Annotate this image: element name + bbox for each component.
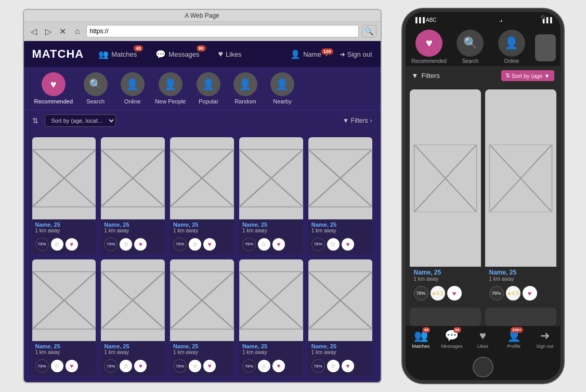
- favorite-button[interactable]: ☆: [120, 238, 132, 251]
- profile-card: Name, 25 1 km away 79% ☆ ♥: [239, 259, 303, 376]
- filters-arrow: ›: [370, 117, 372, 124]
- profile-distance: 1 km away: [242, 228, 300, 233]
- nav-messages[interactable]: 💬 Messages 90: [151, 47, 203, 61]
- profile-distance: 1 km away: [173, 228, 231, 233]
- like-button[interactable]: ♥: [66, 238, 78, 251]
- cat-new-people[interactable]: 👤 New People: [155, 72, 186, 104]
- match-percentage: 79%: [173, 359, 187, 373]
- profile-card: Name, 25 1 km away 79% ☆ ♥: [170, 259, 234, 376]
- nav-profile[interactable]: 👤 Name ▼ 100: [290, 49, 329, 59]
- go-button[interactable]: 🔍: [362, 25, 376, 37]
- profile-name-text: Name, 25: [311, 343, 369, 349]
- phone-cat-search[interactable]: 🔍 Search: [451, 30, 490, 66]
- favorite-button[interactable]: ☆: [327, 238, 340, 251]
- like-button[interactable]: ♥: [134, 238, 147, 251]
- sort-select[interactable]: Sort by (age, locat...: [45, 114, 116, 127]
- cat-popular[interactable]: 👤 Popular: [194, 72, 223, 104]
- online-label: Online: [124, 98, 141, 104]
- recommended-icon: ♥: [42, 72, 66, 96]
- phone-cat-online[interactable]: 👤 Online: [492, 30, 531, 66]
- phone-nav-matches[interactable]: 40 👥 Matches: [406, 329, 437, 349]
- profile-card: Name, 25 1 km away 79% ☆ ♥: [239, 137, 303, 254]
- phone-signal: ▐▐▐ ABC: [414, 17, 437, 23]
- like-button[interactable]: ♥: [134, 360, 147, 372]
- phone-like-button[interactable]: ♥: [447, 286, 462, 300]
- like-button[interactable]: ♥: [342, 238, 354, 251]
- browser-window: A Web Page ◁ ▷ ✕ ⌂ 🔍 MATCHA 👥 Matches 40…: [23, 9, 382, 383]
- like-button[interactable]: ♥: [272, 360, 285, 372]
- profile-distance: 1 km away: [35, 349, 93, 355]
- phone-sort-button[interactable]: ⇅ Sort by (age ▼: [501, 70, 554, 81]
- phone-favorite-button[interactable]: ★4.5: [431, 286, 445, 300]
- phone-cat-recommended[interactable]: ♥ Recommended: [410, 30, 449, 66]
- phone-card-distance: 1 km away: [489, 276, 552, 282]
- cat-random[interactable]: 👤 Random: [231, 72, 259, 104]
- profile-distance: 1 km away: [311, 228, 369, 233]
- close-button[interactable]: ✕: [57, 25, 69, 37]
- browser-titlebar: A Web Page: [24, 10, 381, 22]
- cat-search[interactable]: 🔍 Search: [81, 72, 110, 104]
- filter-bar: ⇅ Sort by (age, locat... ▼ Filters ›: [24, 110, 381, 131]
- phone-notch: [462, 12, 504, 22]
- phone-more-categories[interactable]: [535, 34, 556, 61]
- nav-signout[interactable]: ➜ Sign out: [340, 50, 372, 58]
- profile-image: [239, 259, 303, 342]
- profile-name-text: Name, 25: [311, 221, 369, 228]
- search-icon: 🔍: [84, 72, 108, 96]
- phone-search-label: Search: [462, 58, 479, 66]
- favorite-button[interactable]: ☆: [327, 360, 340, 372]
- profile-info: Name, 25 1 km away: [101, 341, 165, 357]
- cat-nearby[interactable]: 👤 Nearby: [268, 72, 296, 104]
- phone-messages-label: Messages: [441, 344, 462, 349]
- like-button[interactable]: ♥: [342, 360, 354, 372]
- match-percentage: 79%: [311, 238, 325, 251]
- phone-filters-button[interactable]: ▼ Filters: [412, 72, 440, 80]
- profile-distance: 1 km away: [173, 349, 231, 355]
- phone-recommended-icon: ♥: [415, 30, 442, 57]
- like-button[interactable]: ♥: [66, 360, 78, 372]
- profile-name-text: Name, 25: [104, 221, 162, 228]
- forward-button[interactable]: ▷: [43, 25, 54, 37]
- popular-label: Popular: [199, 98, 218, 104]
- url-bar[interactable]: [86, 25, 359, 37]
- phone-favorite-button[interactable]: ★4.5: [506, 286, 520, 300]
- phone-profile-card: Name, 25 1 km away 78% ★4.5 ♥: [485, 89, 556, 304]
- favorite-button[interactable]: ☆: [258, 360, 270, 372]
- search-label: Search: [86, 98, 105, 104]
- cat-recommended[interactable]: ♥ Recommended: [34, 72, 73, 104]
- favorite-button[interactable]: ☆: [51, 360, 63, 372]
- phone-nav-profile[interactable]: 100+ 👤 Profile: [498, 329, 529, 349]
- filters-button[interactable]: ▼ Filters ›: [343, 117, 372, 124]
- like-button[interactable]: ♥: [272, 238, 285, 251]
- phone-nav-messages[interactable]: 90 💬 Messages: [436, 329, 467, 349]
- favorite-button[interactable]: ☆: [189, 360, 201, 372]
- profile-image: [239, 137, 303, 219]
- phone-match-pct: 78%: [489, 286, 504, 300]
- phone-partial-card: [410, 308, 481, 326]
- phone-like-button[interactable]: ♥: [523, 286, 537, 300]
- phone-partial-card: [485, 308, 556, 326]
- back-button[interactable]: ◁: [28, 25, 40, 37]
- phone-nav-likes[interactable]: ♥ Likes: [467, 329, 499, 349]
- phone-home-button[interactable]: [473, 357, 493, 377]
- like-button[interactable]: ♥: [203, 238, 216, 251]
- nav-matches[interactable]: 👥 Matches 40: [94, 47, 141, 61]
- messages-label: Messages: [168, 50, 199, 58]
- cat-online[interactable]: 👤 Online: [118, 72, 147, 104]
- favorite-button[interactable]: ☆: [258, 238, 270, 251]
- like-button[interactable]: ♥: [203, 360, 216, 372]
- home-button[interactable]: ⌂: [72, 25, 83, 37]
- phone-camera: [541, 15, 545, 19]
- app-logo: MATCHA: [32, 47, 84, 61]
- profile-info: Name, 25 1 km away: [239, 219, 303, 236]
- profile-distance: 1 km away: [311, 349, 369, 355]
- profile-actions: 79% ☆ ♥: [308, 357, 372, 376]
- match-percentage: 79%: [173, 238, 187, 251]
- browser-toolbar: ◁ ▷ ✕ ⌂ 🔍: [24, 22, 381, 41]
- nav-likes[interactable]: ♥ Likes: [214, 47, 246, 61]
- favorite-button[interactable]: ☆: [120, 360, 132, 372]
- filters-label: Filters: [351, 117, 368, 124]
- favorite-button[interactable]: ☆: [51, 238, 63, 251]
- phone-nav-signout[interactable]: ➜ Sign out: [529, 329, 561, 349]
- favorite-button[interactable]: ☆: [189, 238, 201, 251]
